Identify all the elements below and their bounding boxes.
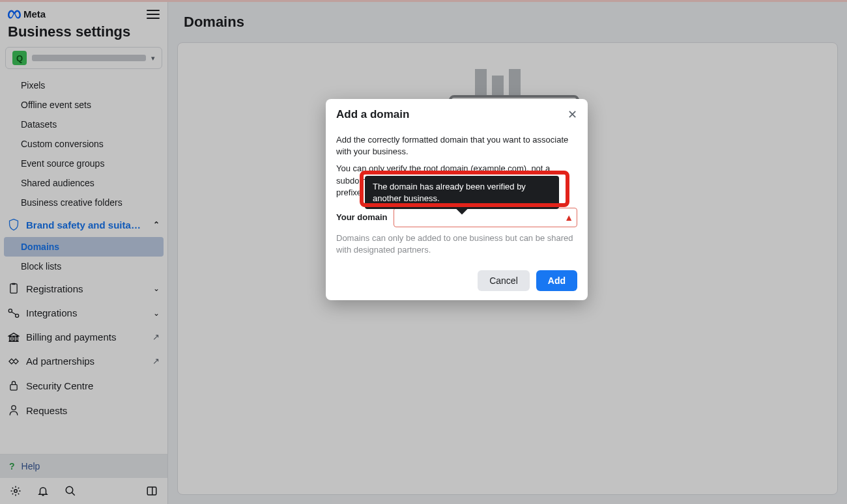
domain-field-label: Your domain — [336, 212, 387, 223]
modal-paragraph-1: Add the correctly formatted domain that … — [336, 134, 577, 158]
warning-triangle-icon: ▲ — [564, 212, 573, 225]
domain-input[interactable] — [394, 208, 577, 227]
modal-title: Add a domain — [336, 108, 409, 121]
error-tooltip: The domain has already been verified by … — [365, 176, 559, 209]
close-icon[interactable]: ✕ — [567, 109, 577, 120]
modal-note: Domains can only be added to one busines… — [336, 232, 577, 256]
add-button[interactable]: Add — [536, 270, 577, 291]
cancel-button[interactable]: Cancel — [478, 270, 530, 291]
